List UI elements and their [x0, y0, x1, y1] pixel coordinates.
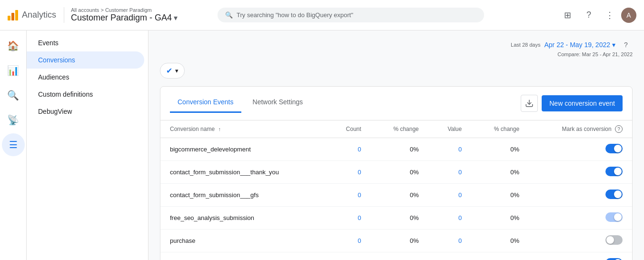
nav-panel: Events Conversions Audiences Custom defi…	[27, 30, 149, 260]
cell-toggle[interactable]	[529, 161, 632, 184]
cell-toggle[interactable]	[529, 184, 632, 207]
table-row: contact_form_submission___thank_you 0 0%…	[160, 161, 632, 184]
cell-count-change: 0%	[371, 161, 428, 184]
col-value-change-header: % change	[471, 120, 529, 138]
cell-value: 0	[428, 252, 471, 260]
table-row: bigcommerce_delevelopment 0 0% 0 0%	[160, 138, 632, 161]
cell-count: 0	[327, 184, 371, 207]
mark-as-conversion-toggle[interactable]	[538, 235, 623, 245]
reports-icon-button[interactable]: 📊	[2, 59, 25, 82]
new-conversion-event-button[interactable]: New conversion event	[542, 95, 623, 111]
toggle-track[interactable]	[605, 212, 623, 222]
compare-date: Compare: Mar 25 - Apr 21, 2022	[511, 51, 633, 57]
conversion-card: Conversion Events Network Settings New	[160, 86, 633, 260]
nav-events[interactable]: Events	[27, 34, 144, 51]
toggle-thumb	[614, 145, 622, 152]
nav-debug-view[interactable]: DebugView	[27, 103, 144, 120]
cell-count-change: 0%	[371, 207, 428, 230]
home-icon-button[interactable]: 🏠	[2, 34, 25, 57]
toggle-track[interactable]	[605, 235, 623, 245]
advertising-icon-button[interactable]: 📡	[2, 109, 25, 131]
cell-count-change: 0%	[371, 138, 428, 161]
cell-value: 0	[428, 184, 471, 207]
mark-as-conversion-toggle[interactable]	[538, 190, 623, 199]
cell-value: 0	[428, 138, 471, 161]
download-button[interactable]	[521, 95, 538, 112]
cell-value-change: 0%	[471, 138, 529, 161]
conversions-table: Conversion name ↑ Count % change Value	[160, 120, 632, 260]
table-row: tap_to_call___local 0 0% 0 0%	[160, 252, 632, 260]
topbar-actions: ⊞ ? ⋮ A	[558, 6, 636, 25]
mark-as-conversion-toggle[interactable]	[538, 258, 623, 260]
cell-value-change: 0%	[471, 184, 529, 207]
col-name-header[interactable]: Conversion name ↑	[160, 120, 327, 138]
cell-value: 0	[428, 161, 471, 184]
date-label: Last 28 days	[511, 42, 540, 48]
mark-help-icon[interactable]: ?	[615, 125, 623, 133]
cell-name: free_seo_analysis_submission	[160, 207, 327, 230]
tab-conversion-events[interactable]: Conversion Events	[170, 94, 241, 113]
mark-as-conversion-toggle[interactable]	[538, 144, 623, 153]
toggle-track[interactable]	[605, 167, 623, 176]
cell-value-change: 0%	[471, 252, 529, 260]
cell-count: 0	[327, 252, 371, 260]
cell-name: purchase	[160, 230, 327, 252]
chevron-down-icon: ▾	[612, 41, 615, 49]
mark-as-conversion-toggle[interactable]	[538, 212, 623, 222]
check-icon: ✔	[166, 66, 172, 75]
col-value-header: Value	[428, 120, 471, 138]
account-selector[interactable]: Customer Paradigm - GA4 ▾	[71, 13, 178, 23]
toggle-track[interactable]	[605, 190, 623, 199]
nav-audiences[interactable]: Audiences	[27, 69, 144, 86]
chevron-down-icon: ▾	[175, 67, 178, 74]
app-title: Analytics	[22, 10, 56, 20]
cell-name: tap_to_call___local	[160, 252, 327, 260]
sort-icon: ↑	[218, 126, 221, 132]
mark-as-conversion-toggle[interactable]	[538, 167, 623, 176]
cell-value-change: 0%	[471, 230, 529, 252]
chevron-down-icon: ▾	[174, 13, 178, 22]
filter-chip[interactable]: ✔ ▾	[160, 63, 185, 79]
cell-toggle[interactable]	[529, 252, 632, 260]
nav-custom-definitions[interactable]: Custom definitions	[27, 86, 144, 103]
cell-value: 0	[428, 230, 471, 252]
breadcrumb-all-accounts[interactable]: All accounts	[71, 7, 99, 13]
col-mark-header: Mark as conversion ?	[529, 120, 632, 138]
col-count-change-header: % change	[371, 120, 428, 138]
toggle-thumb	[614, 213, 622, 221]
main-content: Last 28 days Apr 22 - May 19, 2022 ▾ ? C…	[149, 30, 644, 260]
cell-toggle[interactable]	[529, 207, 632, 230]
configure-icon-button[interactable]: ☰	[2, 133, 25, 156]
side-icons: 🏠 📊 🔍 📡 ☰	[0, 30, 27, 260]
cell-toggle[interactable]	[529, 138, 632, 161]
date-range-value[interactable]: Apr 22 - May 19, 2022 ▾	[544, 41, 615, 49]
cell-count-change: 0%	[371, 184, 428, 207]
avatar[interactable]: A	[621, 8, 636, 23]
explore-icon-button[interactable]: 🔍	[2, 84, 25, 107]
toggle-track[interactable]	[605, 258, 623, 260]
search-bar[interactable]: 🔍 Try searching "how to do BigQuery expo…	[218, 8, 484, 22]
cell-count: 0	[327, 230, 371, 252]
breadcrumb-account: Customer Paradigm	[105, 7, 152, 13]
topbar: Analytics All accounts > Customer Paradi…	[0, 0, 644, 30]
nav-conversions[interactable]: Conversions	[27, 51, 144, 69]
col-count-header: Count	[327, 120, 371, 138]
tab-network-settings[interactable]: Network Settings	[245, 94, 311, 113]
account-name: Customer Paradigm - GA4	[71, 13, 172, 23]
breadcrumb-top: All accounts > Customer Paradigm	[71, 7, 178, 13]
search-placeholder: Try searching "how to do BigQuery export…	[237, 11, 353, 19]
more-options-button[interactable]: ⋮	[600, 6, 619, 25]
cell-value: 0	[428, 207, 471, 230]
cell-toggle[interactable]	[529, 230, 632, 252]
toggle-thumb	[614, 168, 622, 175]
date-help-icon[interactable]: ?	[619, 38, 633, 51]
layout: 🏠 📊 🔍 📡 ☰ Events Conversions Audiences C…	[0, 30, 644, 260]
grid-icon-button[interactable]: ⊞	[558, 6, 577, 25]
date-range: Last 28 days Apr 22 - May 19, 2022 ▾ ? C…	[511, 38, 633, 57]
help-icon-button[interactable]: ?	[579, 6, 598, 25]
cell-count-change: 0%	[371, 252, 428, 260]
cell-value-change: 0%	[471, 161, 529, 184]
cell-name: bigcommerce_delevelopment	[160, 138, 327, 161]
table-row: free_seo_analysis_submission 0 0% 0 0%	[160, 207, 632, 230]
toggle-track[interactable]	[605, 144, 623, 153]
